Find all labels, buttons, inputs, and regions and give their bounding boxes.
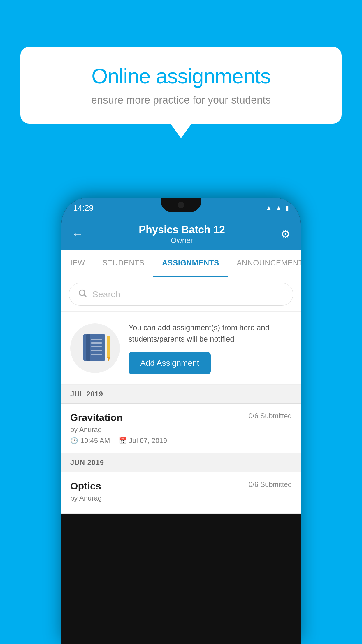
pencil-icon (107, 336, 110, 358)
signal-icon: ▲ (275, 204, 282, 212)
promo-icon-circle (70, 323, 120, 373)
phone-content: Search (61, 277, 301, 514)
notebook-line (91, 354, 102, 355)
add-assignment-button[interactable]: Add Assignment (129, 352, 211, 374)
pencil-tip (107, 357, 110, 361)
speech-bubble: Online assignments ensure more practice … (20, 47, 342, 124)
status-bar: 14:29 ▲ ▲ ▮ (61, 198, 301, 218)
assignment-meta: 🕐 10:45 AM 📅 Jul 07, 2019 (70, 437, 292, 445)
tab-iew[interactable]: IEW (61, 250, 94, 277)
calendar-icon: 📅 (119, 437, 126, 444)
assignment-by: by Anurag (70, 426, 292, 434)
back-button[interactable]: ← (72, 228, 83, 241)
wifi-icon: ▲ (266, 204, 272, 212)
camera-dot (178, 202, 184, 208)
battery-icon: ▮ (285, 204, 289, 212)
assignment-date: 📅 Jul 07, 2019 (119, 437, 167, 445)
promo-right: You can add assignment(s) from here and … (129, 322, 292, 374)
notebook-line (91, 342, 102, 344)
phone-frame: 14:29 ▲ ▲ ▮ ← Physics Batch 12 Owner ⚙ I… (61, 198, 301, 644)
tab-assignments[interactable]: ASSIGNMENTS (153, 250, 228, 277)
header-center: Physics Batch 12 Owner (139, 224, 225, 245)
status-time: 14:29 (73, 203, 94, 213)
section-header-jul: JUL 2019 (61, 385, 301, 404)
notebook-body (83, 334, 105, 360)
assignment-by-optics: by Anurag (70, 494, 292, 502)
search-bar-container: Search (61, 277, 301, 312)
notch (161, 198, 201, 212)
settings-icon[interactable]: ⚙ (280, 228, 290, 241)
notebook-line (91, 346, 102, 347)
assignment-item-gravitation[interactable]: Gravitation 0/6 Submitted by Anurag 🕐 10… (61, 404, 301, 453)
section-header-jun: JUN 2019 (61, 453, 301, 472)
assignment-name-optics: Optics (70, 480, 101, 492)
speech-bubble-container: Online assignments ensure more practice … (20, 47, 342, 124)
assignment-name: Gravitation (70, 412, 122, 423)
assignment-submitted: 0/6 Submitted (249, 412, 292, 420)
tabs-bar: IEW STUDENTS ASSIGNMENTS ANNOUNCEMENTS (61, 250, 301, 277)
bubble-title: Online assignments (41, 64, 321, 88)
promo-description: You can add assignment(s) from here and … (129, 322, 292, 345)
notebook-spine (86, 334, 90, 360)
assignment-time: 🕐 10:45 AM (70, 437, 110, 445)
assignment-top-optics: Optics 0/6 Submitted (70, 480, 292, 492)
notebook-line (91, 339, 102, 340)
assignment-submitted-optics: 0/6 Submitted (249, 480, 292, 489)
header-subtitle: Owner (139, 236, 225, 245)
notebook-lines (91, 339, 102, 355)
search-icon (78, 288, 87, 300)
svg-line-1 (84, 295, 86, 297)
status-icons: ▲ ▲ ▮ (266, 204, 289, 212)
promo-section: You can add assignment(s) from here and … (61, 312, 301, 385)
assignment-top: Gravitation 0/6 Submitted (70, 412, 292, 423)
search-bar[interactable]: Search (69, 283, 293, 306)
header-title: Physics Batch 12 (139, 224, 225, 236)
assignment-item-optics[interactable]: Optics 0/6 Submitted by Anurag (61, 472, 301, 514)
app-header: ← Physics Batch 12 Owner ⚙ (61, 218, 301, 250)
tab-students[interactable]: STUDENTS (94, 250, 153, 277)
notebook-line (91, 350, 102, 351)
assignment-time-value: 10:45 AM (80, 437, 110, 445)
notebook-icon (83, 334, 107, 362)
assignment-date-value: Jul 07, 2019 (129, 437, 167, 445)
tab-announcements[interactable]: ANNOUNCEMENTS (228, 250, 301, 277)
clock-icon: 🕐 (70, 437, 78, 444)
search-placeholder: Search (92, 289, 120, 299)
bubble-subtitle: ensure more practice for your students (41, 94, 321, 106)
